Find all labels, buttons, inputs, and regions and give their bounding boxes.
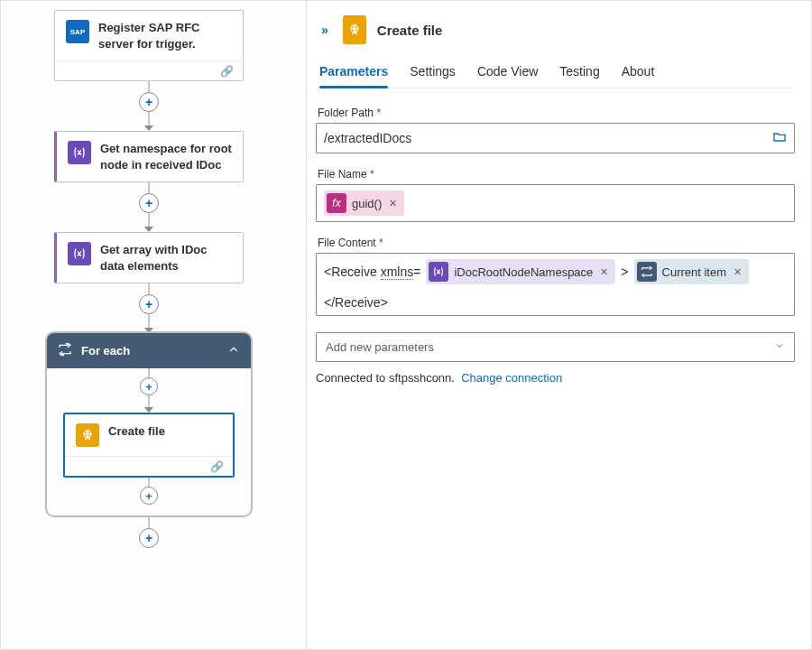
loop-icon (58, 342, 72, 359)
collapse-panel-button[interactable]: » (318, 21, 332, 39)
loop-icon (637, 262, 657, 282)
expr-text: </Receive> (324, 295, 388, 310)
card-get-namespace[interactable]: Get namespace for root node in received … (54, 131, 244, 182)
token-remove-icon[interactable]: ✕ (598, 266, 608, 278)
token-fx-guid[interactable]: fx guid() ✕ (324, 190, 404, 216)
foreach-header[interactable]: For each (47, 333, 251, 368)
input-value: /extractedIDocs (324, 131, 411, 145)
token-label: Current item (662, 265, 727, 279)
token-remove-icon[interactable]: ✕ (732, 266, 742, 278)
tab-parameters[interactable]: Parameters (319, 57, 388, 88)
token-remove-icon[interactable]: ✕ (387, 198, 397, 209)
variable-icon (68, 141, 91, 164)
label-folder-path: Folder Path * (318, 107, 795, 119)
token-label: guid() (352, 197, 382, 210)
card-get-array[interactable]: Get array with IDoc data elements (54, 232, 244, 283)
add-params-label: Add new parameters (326, 340, 434, 354)
label-file-content: File Content * (318, 237, 795, 249)
add-step-button[interactable]: + (139, 92, 159, 112)
file-globe-icon (76, 423, 99, 447)
foreach-container[interactable]: For each + Create fi (45, 331, 253, 517)
expr-text: <Receive xmlns= (324, 265, 420, 279)
add-new-parameters[interactable]: Add new parameters (316, 332, 795, 362)
input-file-content[interactable]: <Receive xmlns= iDocRootNodeNamespace ✕ … (316, 253, 795, 316)
fx-icon: fx (327, 193, 346, 213)
file-globe-icon (343, 15, 366, 44)
workflow-canvas: SAP Register SAP RFC server for trigger.… (1, 1, 306, 649)
token-var-namespace[interactable]: iDocRootNodeNamespace ✕ (426, 259, 615, 284)
change-connection-link[interactable]: Change connection (461, 371, 562, 385)
card-title: Register SAP RFC server for trigger. (98, 20, 232, 51)
tab-testing[interactable]: Testing (559, 57, 599, 88)
sap-icon: SAP (66, 20, 89, 43)
token-current-item[interactable]: Current item ✕ (634, 259, 750, 284)
details-panel: » Create file Parameters Settings Code V… (306, 1, 811, 649)
tab-code-view[interactable]: Code View (477, 57, 538, 88)
chevron-up-icon[interactable] (227, 343, 240, 358)
expr-text: > (621, 265, 628, 279)
tab-settings[interactable]: Settings (410, 57, 456, 88)
connection-status: Connected to sftpsshconn. Change connect… (316, 371, 795, 385)
add-step-button[interactable]: + (139, 528, 159, 548)
add-step-button[interactable]: + (139, 294, 159, 314)
panel-title: Create file (377, 23, 443, 38)
card-title: Get array with IDoc data elements (100, 242, 232, 274)
tab-bar: Parameters Settings Code View Testing Ab… (316, 57, 795, 88)
foreach-title: For each (81, 344, 218, 358)
card-title: Create file (108, 423, 165, 440)
add-step-button[interactable]: + (140, 377, 158, 395)
folder-picker-icon[interactable] (772, 130, 787, 147)
add-step-button[interactable]: + (139, 193, 159, 213)
card-create-file[interactable]: Create file 🔗 (63, 413, 235, 478)
input-folder-path[interactable]: /extractedIDocs (316, 123, 795, 153)
token-label: iDocRootNodeNamespace (454, 265, 593, 279)
label-file-name: File Name * (318, 168, 795, 181)
add-step-button[interactable]: + (140, 487, 158, 505)
variable-icon (68, 242, 91, 265)
card-title: Get namespace for root node in received … (100, 141, 232, 172)
input-file-name[interactable]: fx guid() ✕ (316, 184, 795, 222)
link-icon: 🔗 (210, 460, 224, 473)
chevron-down-icon (774, 340, 785, 354)
link-icon: 🔗 (220, 65, 234, 78)
card-register-sap[interactable]: SAP Register SAP RFC server for trigger.… (54, 10, 244, 81)
tab-about[interactable]: About (622, 57, 655, 88)
variable-icon (429, 262, 448, 282)
